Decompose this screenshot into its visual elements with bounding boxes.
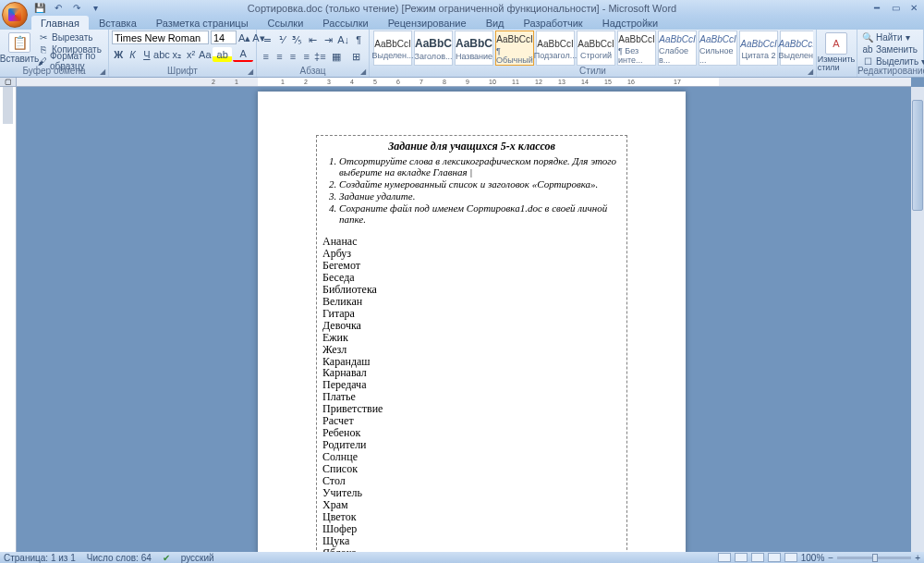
- font-color-button[interactable]: A: [233, 47, 253, 62]
- save-icon[interactable]: 💾: [31, 2, 48, 15]
- page-status[interactable]: Страница: 1 из 1: [4, 553, 76, 563]
- style-item-9[interactable]: AaBbCcIЦитата 2: [739, 31, 778, 66]
- language-status[interactable]: русский: [181, 553, 214, 563]
- horizontal-ruler[interactable]: 211234567891011121314151617: [17, 78, 911, 87]
- highlight-button[interactable]: ab: [213, 47, 233, 62]
- tab-insert[interactable]: Вставка: [90, 16, 146, 30]
- grow-font-button[interactable]: A▴: [238, 31, 250, 45]
- show-marks-button[interactable]: ¶: [351, 32, 366, 47]
- vertical-scrollbar[interactable]: [911, 87, 924, 552]
- bullets-button[interactable]: ≔: [260, 32, 274, 47]
- decrease-indent-button[interactable]: ⇤: [306, 32, 321, 47]
- outline-view[interactable]: [768, 553, 781, 562]
- align-right-button[interactable]: ≡: [286, 49, 299, 64]
- draft-view[interactable]: [784, 553, 797, 562]
- style-item-1[interactable]: AaBbCЗаголов...: [414, 31, 453, 66]
- italic-button[interactable]: К: [126, 47, 139, 62]
- restore-button[interactable]: ▭: [887, 2, 904, 15]
- redo-icon[interactable]: ↷: [68, 2, 85, 15]
- style-item-2[interactable]: AaBbCНазвание: [455, 31, 493, 66]
- document-area: ▢ 211234567891011121314151617 Задание дл…: [0, 78, 924, 552]
- tab-home[interactable]: Главная: [31, 16, 89, 30]
- bold-button[interactable]: Ж: [112, 47, 125, 62]
- office-button[interactable]: [2, 2, 28, 28]
- numbering-button[interactable]: ⅟: [275, 32, 290, 47]
- justify-button[interactable]: ≡: [300, 49, 313, 64]
- zoom-level[interactable]: 100%: [801, 553, 825, 563]
- minimize-button[interactable]: ━: [869, 2, 885, 15]
- line-spacing-button[interactable]: ‡≡: [314, 49, 327, 64]
- tab-mailings[interactable]: Рассылки: [313, 16, 377, 30]
- replace-button[interactable]: abЗаменить: [862, 43, 924, 55]
- font-name-select[interactable]: [112, 31, 209, 44]
- font-size-select[interactable]: [211, 31, 237, 44]
- style-name: Сильное ...: [699, 46, 736, 65]
- change-styles-button[interactable]: A Изменить стили: [820, 31, 853, 74]
- align-center-button[interactable]: ≡: [274, 49, 286, 64]
- style-preview: AaBbC: [413, 35, 454, 52]
- align-left-button[interactable]: ≡: [260, 49, 273, 64]
- tab-references[interactable]: Ссылки: [259, 16, 313, 30]
- instruction-item: Задание удалите.: [339, 190, 621, 202]
- shading-button[interactable]: ▦: [327, 49, 346, 64]
- scroll-thumb[interactable]: [912, 100, 923, 211]
- zoom-out-button[interactable]: −: [828, 553, 833, 563]
- spell-check-icon[interactable]: ✔: [163, 553, 170, 563]
- underline-button[interactable]: Ч: [140, 47, 153, 62]
- change-case-button[interactable]: Aa: [199, 47, 212, 62]
- vertical-ruler[interactable]: [0, 87, 17, 552]
- ruler-toggle[interactable]: ▢: [0, 78, 17, 87]
- increase-indent-button[interactable]: ⇥: [321, 32, 335, 47]
- style-preview: AaBbCcI: [494, 32, 534, 46]
- word-count[interactable]: Число слов: 64: [87, 553, 152, 563]
- tab-page-layout[interactable]: Разметка страницы: [147, 16, 258, 30]
- superscript-button[interactable]: x²: [184, 47, 197, 62]
- multilevel-button[interactable]: ⅗: [290, 32, 305, 47]
- paragraph-dialog-launcher[interactable]: ◢: [359, 67, 368, 76]
- style-item-4[interactable]: AaBbCcIПодзагол...: [536, 31, 575, 66]
- tab-developer[interactable]: Разработчик: [515, 16, 592, 30]
- document-heading: Задание для учащихся 5-х классов: [322, 140, 621, 153]
- word-item: Беседа: [322, 272, 621, 284]
- tab-addins[interactable]: Надстройки: [593, 16, 667, 30]
- style-item-8[interactable]: AaBbCcIСильное ...: [699, 31, 737, 66]
- zoom-slider[interactable]: [837, 557, 911, 559]
- subscript-button[interactable]: x₂: [170, 47, 183, 62]
- style-item-10[interactable]: AaBbCc...Выделен...: [780, 31, 813, 66]
- borders-button[interactable]: ⊞: [347, 49, 366, 64]
- tab-view[interactable]: Вид: [477, 16, 514, 30]
- find-button[interactable]: 🔍Найти ▾: [862, 31, 924, 43]
- style-preview: AaBbC: [454, 35, 494, 52]
- document-viewport[interactable]: Задание для учащихся 5-х классов Отсорти…: [17, 87, 911, 552]
- style-item-3[interactable]: AaBbCcI¶ Обычный: [495, 31, 534, 66]
- page[interactable]: Задание для учащихся 5-х классов Отсорти…: [258, 92, 686, 552]
- style-item-6[interactable]: AaBbCcI¶ Без инте...: [617, 31, 656, 66]
- close-button[interactable]: ✕: [906, 2, 922, 15]
- ribbon: 📋 Вставить ✂Вырезать ⎘Копировать 🖌Формат…: [0, 30, 924, 78]
- style-item-7[interactable]: AaBbCcIСлабое в...: [658, 31, 697, 66]
- style-item-5[interactable]: AaBbCcIСтрогий: [577, 31, 615, 66]
- style-item-0[interactable]: AaBbCcIВыделен...: [373, 31, 412, 66]
- web-layout-view[interactable]: [751, 553, 764, 562]
- print-layout-view[interactable]: [718, 553, 731, 562]
- zoom-thumb[interactable]: [872, 554, 878, 562]
- sort-button[interactable]: A↓: [336, 32, 351, 47]
- styles-dialog-launcher[interactable]: ◢: [806, 67, 815, 76]
- tab-review[interactable]: Рецензирование: [379, 16, 476, 30]
- strike-button[interactable]: abc: [154, 47, 169, 62]
- zoom-in-button[interactable]: +: [915, 553, 920, 563]
- instruction-item: Создайте нумерованный список и заголовок…: [339, 178, 621, 190]
- word-item: Арбуз: [322, 248, 621, 260]
- style-name: Заголов...: [415, 52, 453, 61]
- word-item: Гитара: [322, 308, 621, 320]
- font-dialog-launcher[interactable]: ◢: [246, 67, 255, 76]
- clipboard-dialog-launcher[interactable]: ◢: [98, 67, 107, 76]
- word-item: Цветок: [322, 511, 621, 523]
- qat-customize-icon[interactable]: ▾: [87, 2, 103, 15]
- cut-button[interactable]: ✂Вырезать: [38, 31, 103, 43]
- reading-view[interactable]: [735, 553, 748, 562]
- paste-button[interactable]: 📋 Вставить: [3, 31, 36, 66]
- content-box: Задание для учащихся 5-х классов Отсорти…: [316, 135, 627, 552]
- undo-icon[interactable]: ↶: [50, 2, 67, 15]
- style-preview: AaBbCcI: [372, 37, 412, 51]
